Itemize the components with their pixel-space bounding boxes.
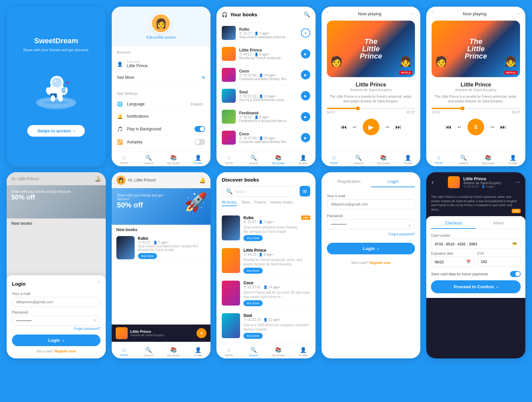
buy-button[interactable]: Buy book xyxy=(243,333,263,339)
tab-history[interactable]: History books xyxy=(271,200,293,206)
forgot-password-link[interactable]: Forgot password? xyxy=(327,232,415,236)
play-button[interactable]: ▶ xyxy=(301,91,310,100)
book-cover-soul xyxy=(222,89,236,103)
list-item: Coco ⏱ 01:37:43 · 👤 14 age+ Computer-ani… xyxy=(216,127,316,148)
nav-profile[interactable]: 👤Profile xyxy=(186,347,210,357)
search-box[interactable]: 🔍 Search xyxy=(222,186,297,197)
nav-profile[interactable]: 👤Profile xyxy=(291,347,315,357)
nav-my-books[interactable]: 📚My books xyxy=(266,347,291,357)
play-button[interactable]: ▶ xyxy=(301,112,310,121)
progress-bar[interactable] xyxy=(327,108,415,109)
pause-large-button[interactable]: ⏸ xyxy=(467,119,484,135)
login-button[interactable]: Login › xyxy=(327,243,415,254)
play-button[interactable]: ▶ xyxy=(301,49,310,59)
forward-button[interactable]: ↪ xyxy=(385,124,389,130)
tab-login[interactable]: Login xyxy=(371,179,415,187)
nav-profile[interactable]: 👤Profile xyxy=(396,155,420,165)
tab-checkout[interactable]: Checkout xyxy=(431,221,476,229)
play-large-button[interactable]: ▶ xyxy=(363,119,379,135)
nav-search[interactable]: 🔍Search xyxy=(241,155,266,165)
book-title-dark: Little Prince xyxy=(463,177,501,181)
book-author-dark: Antoine de Saint-Exupéry xyxy=(463,181,501,185)
tab-poems[interactable]: Poems xyxy=(255,200,266,206)
checkout-card: Checkout About Card number 4718 - 6518 -… xyxy=(426,216,525,298)
card-number-input[interactable]: 4718 - 6518 - 4182 - 2083 💳 xyxy=(431,239,521,249)
buy-book-button[interactable]: Buy book xyxy=(138,253,157,259)
edit-profile-link[interactable]: Edit profile picture xyxy=(146,35,176,39)
rewind-button[interactable]: ↩ xyxy=(458,124,462,130)
nav-search[interactable]: 🔍Search xyxy=(346,155,371,165)
notifications-item[interactable]: 🔔 Notifications › xyxy=(117,110,205,123)
progress-bar[interactable] xyxy=(432,108,520,109)
save-card-toggle[interactable] xyxy=(510,271,521,277)
skip-back-button[interactable]: ⏮ xyxy=(446,124,452,131)
skip-forward-button[interactable]: ⏭ xyxy=(395,124,401,131)
nav-profile[interactable]: 👤Profile xyxy=(291,155,315,165)
tab-all-books[interactable]: All books xyxy=(222,200,237,206)
nav-profile[interactable]: 👤 Profile xyxy=(186,155,210,165)
nav-profile[interactable]: 👤Profile xyxy=(501,155,525,165)
tab-tales[interactable]: Tales xyxy=(241,200,250,206)
back-chevron-icon[interactable]: ˅ xyxy=(327,11,329,16)
autoplay-toggle[interactable] xyxy=(195,139,205,145)
nav-my-books[interactable]: 📚My books xyxy=(161,347,186,357)
book-cover-ferd xyxy=(222,110,236,124)
buy-button[interactable]: Buy book xyxy=(243,235,263,241)
nav-search[interactable]: 🔍Search xyxy=(136,347,161,357)
more-options-icon[interactable]: ··· xyxy=(516,11,520,17)
nav-home[interactable]: ⌂ Home xyxy=(112,155,136,165)
buy-button[interactable]: Buy book xyxy=(243,300,263,306)
language-item[interactable]: 🌐 Language English › xyxy=(117,98,205,110)
see-more-item[interactable]: See More ⊞ xyxy=(117,72,205,83)
profile-icon: 👤 xyxy=(195,347,201,353)
nav-search[interactable]: 🔍Search xyxy=(241,347,266,357)
book-cover-kubo xyxy=(222,26,236,40)
cvv-input[interactable]: 142 xyxy=(477,257,521,267)
nav-home[interactable]: ⌂Home xyxy=(322,155,346,165)
tab-about[interactable]: About xyxy=(476,221,521,229)
buy-button[interactable]: Buy book xyxy=(243,268,263,274)
nav-home[interactable]: ⌂Home xyxy=(216,347,241,357)
skip-forward-button[interactable]: ⏭ xyxy=(500,124,506,131)
more-options-icon[interactable]: ··· xyxy=(516,179,520,185)
nav-my-books[interactable]: 📚My books xyxy=(476,155,500,165)
fullname-item[interactable]: 👤 Full name Little Prince › xyxy=(117,57,205,72)
play-bg-item[interactable]: 🎵 Play in Background xyxy=(117,123,205,136)
rewind-button[interactable]: ↩ xyxy=(353,124,357,130)
autoplay-item[interactable]: 🔁 Autoplay xyxy=(117,136,205,149)
nav-search[interactable]: 🔍Search xyxy=(451,155,476,165)
search-icon-books[interactable]: 🔍 xyxy=(304,11,310,18)
email-input[interactable] xyxy=(327,199,415,209)
login-button[interactable]: Login › xyxy=(12,335,100,346)
expiry-input[interactable]: 06/22 📅 xyxy=(431,257,474,267)
filter-button[interactable]: ⊞ xyxy=(300,186,310,197)
play-bg-toggle[interactable] xyxy=(195,126,205,132)
nav-my-books[interactable]: 📚My books xyxy=(371,155,396,165)
password-input[interactable] xyxy=(327,219,415,229)
nav-my-books[interactable]: 📚My books xyxy=(266,155,291,165)
mini-pause-button[interactable]: ⏸ xyxy=(197,328,206,338)
skip-back-button[interactable]: ⏮ xyxy=(341,124,347,131)
forgot-password-link[interactable]: Forgot password? xyxy=(12,327,100,331)
forward-button[interactable]: ↪ xyxy=(490,124,494,130)
play-button[interactable]: ▶ xyxy=(301,70,310,79)
back-icon[interactable]: ‹ xyxy=(432,179,433,185)
nav-home[interactable]: ⌂Home xyxy=(112,347,136,357)
nav-search[interactable]: 🔍 Search xyxy=(136,155,161,165)
nav-my-books[interactable]: 📚 My books xyxy=(161,155,186,165)
tab-registration[interactable]: Registration xyxy=(327,179,371,187)
nav-home[interactable]: ⌂Home xyxy=(216,155,241,165)
play-button[interactable]: ▶ xyxy=(301,133,310,142)
confirm-button[interactable]: Proceed to Confirm › xyxy=(431,280,521,293)
email-input[interactable] xyxy=(12,297,100,307)
swipe-button[interactable]: Swipe to access › xyxy=(27,125,85,137)
more-options-icon[interactable]: ··· xyxy=(411,11,415,17)
pause-button[interactable]: ⏸ xyxy=(301,28,310,38)
register-link[interactable]: Register now xyxy=(369,261,390,265)
save-card-label: Save card data for future payments xyxy=(431,272,488,276)
register-link[interactable]: Register now xyxy=(55,349,76,353)
password-input[interactable] xyxy=(12,316,100,326)
nav-home[interactable]: ⌂Home xyxy=(426,155,451,165)
lp-cover xyxy=(222,248,240,273)
back-chevron-icon[interactable]: ˅ xyxy=(432,11,434,16)
